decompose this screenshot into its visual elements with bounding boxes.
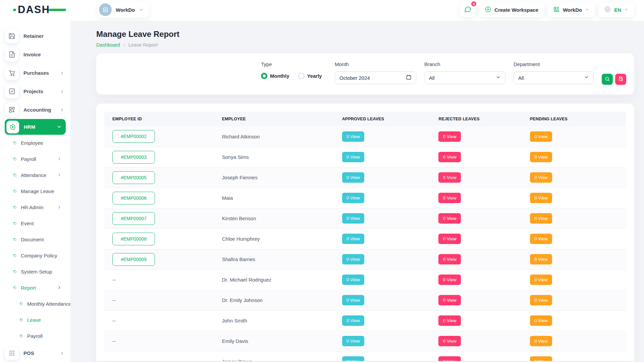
workspace-menu-button[interactable]: WorkDo [547,2,595,17]
approved-view-badge[interactable]: 0 View [342,336,364,346]
sidebar-item-purchases[interactable]: Purchases [0,64,70,82]
approved-view-badge[interactable]: 0 View [342,315,364,326]
language-button[interactable]: EN [598,2,634,17]
sidebar-item-label: Manage Leave [21,188,54,194]
sidebar-item-label: Leave [27,317,41,323]
department-select[interactable]: All [514,71,594,84]
globe-icon [604,6,611,14]
sidebar-item-hrm[interactable]: HRM [5,119,66,135]
sidebar-item-hr-admin[interactable]: HR Admin [0,199,70,215]
pending-view-badge[interactable]: 0 View [530,213,552,224]
sidebar-item-event[interactable]: Event [0,215,70,231]
approved-view-badge[interactable]: 0 View [342,213,364,224]
rejected-view-badge[interactable]: 0 View [438,254,461,264]
sidebar-item-monthly-attendance[interactable]: Monthly Attendance [0,296,70,312]
approved-view-badge[interactable]: 0 View [342,152,364,162]
rejected-view-badge[interactable]: 0 View [438,193,461,203]
approved-view-badge[interactable]: 0 View [342,234,364,244]
bullet-icon [13,173,17,177]
sidebar-item-company-policy[interactable]: Company Policy [0,247,70,263]
sidebar-item-report[interactable]: Report [0,280,70,296]
table-row: #EMP00006Maia0 View0 View0 View [104,188,626,208]
rejected-view-badge[interactable]: 0 View [438,172,461,183]
rejected-view-badge[interactable]: 0 View [438,295,461,305]
app-logo[interactable]: DASH [0,0,70,19]
sidebar-item-retainer[interactable]: Retainer [0,27,70,45]
sidebar-item-projects[interactable]: Projects [0,82,70,101]
breadcrumb-dashboard-link[interactable]: Dashboard [96,42,120,48]
rejected-view-badge[interactable]: 0 View [438,275,461,285]
employee-id-badge[interactable]: #EMP00005 [112,171,155,184]
workspace-selector[interactable]: WorkDo [97,2,149,18]
approved-view-badge[interactable]: 0 View [342,254,364,264]
retainer-icon [5,29,19,43]
sidebar-item-leave[interactable]: Leave [0,312,70,328]
building-icon [99,3,112,16]
rejected-view-badge[interactable]: 0 View [438,234,461,244]
employee-id-badge[interactable]: #EMP00008 [112,233,155,245]
employee-name-cell: Sonya Sims [214,147,334,167]
chevron-down-icon [624,7,629,13]
rejected-view-badge[interactable]: 0 View [438,315,461,326]
month-input[interactable]: October 2024 [335,71,416,84]
pending-view-badge[interactable]: 0 View [530,356,552,361]
search-button[interactable] [602,74,613,85]
rejected-view-badge[interactable]: 0 View [438,356,461,361]
chevron-right-icon [60,351,64,356]
reset-button[interactable] [615,74,626,85]
create-workspace-button[interactable]: Create Workspace [479,2,544,17]
approved-view-badge[interactable]: 0 View [342,275,364,285]
pending-view-badge[interactable]: 0 View [530,152,552,162]
sidebar-item-payroll[interactable]: Payroll [0,328,70,344]
sidebar-item-manage-leave[interactable]: Manage Leave [0,183,70,199]
pending-view-badge[interactable]: 0 View [530,254,552,264]
sidebar-item-pos[interactable]: POS [0,344,70,362]
month-label: Month [335,61,416,67]
approved-view-badge[interactable]: 0 View [342,295,364,305]
pending-view-badge[interactable]: 0 View [530,295,552,305]
pending-view-badge[interactable]: 0 View [530,315,552,326]
employee-id-badge[interactable]: #EMP00009 [112,253,155,266]
sidebar-item-document[interactable]: Document [0,231,70,247]
pending-view-badge[interactable]: 0 View [530,234,552,244]
page-title: Manage Leave Report [96,29,634,39]
sidebar-item-accounting[interactable]: Accounting [0,101,70,119]
sidebar-item-payroll[interactable]: Payroll [0,151,70,167]
messenger-button[interactable]: 0 [460,2,476,17]
rejected-view-badge[interactable]: 0 View [438,213,461,224]
pending-view-badge[interactable]: 0 View [530,193,552,203]
rejected-view-badge[interactable]: 0 View [438,131,461,142]
column-header-employee: EMPLOYEE [214,112,334,126]
employee-id-badge[interactable]: #EMP00002 [112,130,155,143]
approved-view-badge[interactable]: 0 View [342,356,364,361]
employee-id-cell: #EMP00002 [104,126,214,147]
rejected-view-badge[interactable]: 0 View [438,336,461,346]
workspace-menu-label: WorkDo [563,7,582,13]
sidebar-item-label: Event [21,221,34,226]
pending-leaves-cell: 0 View [522,126,626,147]
employee-id-badge[interactable]: #EMP00003 [112,151,155,164]
approved-view-badge[interactable]: 0 View [342,193,364,203]
employee-id-badge[interactable]: #EMP00007 [112,212,155,225]
pending-view-badge[interactable]: 0 View [530,131,552,142]
department-value: All [518,75,584,81]
sidebar-item-attendance[interactable]: Attendance [0,167,70,183]
rejected-view-badge[interactable]: 0 View [438,152,461,162]
pending-view-badge[interactable]: 0 View [530,336,552,346]
branch-select[interactable]: All [424,71,505,84]
sidebar-item-system-setup[interactable]: System Setup [0,263,70,280]
radio-monthly[interactable]: Monthly [261,73,289,79]
breadcrumb-current: Leave Report [128,42,158,48]
pending-view-badge[interactable]: 0 View [530,275,552,285]
sidebar-item-employee[interactable]: Employee [0,135,70,151]
chevron-right-icon [60,89,64,94]
approved-view-badge[interactable]: 0 View [342,131,364,142]
sidebar-item-label: Document [21,237,44,242]
sidebar-item-invoice[interactable]: Invoice [0,45,70,64]
page-content: Manage Leave Report Dashboard › Leave Re… [70,19,644,361]
employee-id-badge[interactable]: #EMP00006 [112,192,155,204]
approved-view-badge[interactable]: 0 View [342,172,364,183]
pending-view-badge[interactable]: 0 View [530,172,552,183]
pending-leaves-cell: 0 View [522,208,626,229]
radio-yearly[interactable]: Yearly [298,73,322,79]
